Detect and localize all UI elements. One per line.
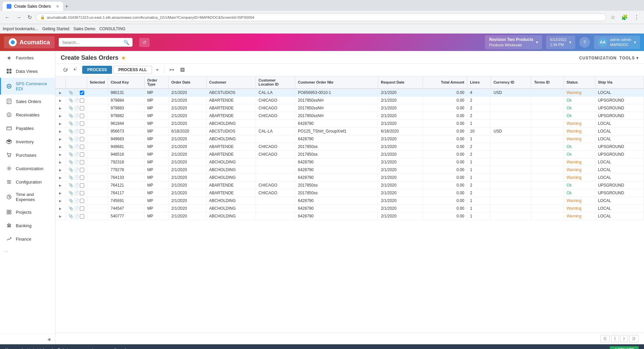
col-header-order-date[interactable]: Order Date	[168, 76, 206, 89]
row-note-icon[interactable]: 📄	[74, 214, 79, 218]
row-checkbox[interactable]	[80, 114, 84, 118]
row-attach-icon[interactable]: 📎	[68, 144, 73, 149]
row-attach-icon[interactable]: 📎	[68, 206, 73, 211]
row-selected[interactable]	[87, 197, 108, 205]
row-selected[interactable]	[87, 212, 108, 220]
row-checkbox[interactable]	[80, 129, 84, 134]
row-note-icon[interactable]: 📄	[74, 144, 79, 149]
fit-columns-button[interactable]	[167, 66, 176, 74]
row-attach-icon[interactable]: 📎	[68, 214, 73, 218]
col-header-customer[interactable]: Customer	[206, 76, 256, 89]
row-checkbox[interactable]	[80, 137, 84, 141]
row-checkbox[interactable]	[80, 98, 84, 103]
row-expand-icon[interactable]: ▶	[55, 189, 65, 197]
reload-button[interactable]: ↻	[25, 13, 34, 22]
row-selected[interactable]	[87, 112, 108, 120]
row-checkbox[interactable]	[80, 160, 84, 164]
row-attach-icon[interactable]: 📎	[68, 160, 73, 164]
col-header-currency-id[interactable]: Currency ID	[491, 76, 531, 89]
sidebar-item-inventory[interactable]: Inventory	[0, 135, 55, 148]
sidebar-item-sps-commerce[interactable]: SPS Commerce EDI	[0, 78, 55, 95]
bookmark-button[interactable]: ☆	[608, 13, 617, 22]
row-checkbox[interactable]	[80, 176, 84, 180]
export-button[interactable]	[178, 66, 187, 74]
row-selected[interactable]	[87, 97, 108, 104]
row-expand-icon[interactable]: ▶	[55, 158, 65, 166]
process-all-button[interactable]: PROCESS ALL	[113, 66, 152, 74]
last-page-button[interactable]: ⟩⟩	[629, 335, 639, 342]
row-attach-icon[interactable]: 📎	[68, 121, 73, 126]
prev-page-button[interactable]: ⟨	[611, 335, 619, 342]
row-expand-icon[interactable]: ▶	[55, 212, 65, 220]
col-header-status[interactable]: Status	[564, 76, 595, 89]
customization-button[interactable]: CUSTOMIZATION	[579, 56, 617, 60]
new-tab-button[interactable]: +	[63, 2, 70, 11]
row-note-icon[interactable]: 📄	[74, 137, 79, 141]
row-attach-icon[interactable]: 📎	[68, 137, 73, 141]
row-expand-icon[interactable]: ▶	[55, 104, 65, 112]
back-button[interactable]: ←	[3, 13, 12, 22]
col-header-terms-id[interactable]: Terms ID	[531, 76, 564, 89]
col-header-selected[interactable]: Selected	[87, 76, 108, 89]
row-checkbox[interactable]	[80, 191, 84, 195]
row-selected[interactable]	[87, 143, 108, 151]
col-header-customer-order-nbr[interactable]: Customer Order Nbr	[295, 76, 378, 89]
row-note-icon[interactable]: 📄	[74, 175, 79, 180]
col-header-order-type[interactable]: OrderType	[144, 76, 168, 89]
row-note-icon[interactable]: 📄	[74, 160, 79, 164]
process-dropdown-button[interactable]	[153, 66, 161, 73]
sidebar-item-purchases[interactable]: Purchases	[0, 148, 55, 162]
row-note-icon[interactable]: 📄	[74, 206, 79, 211]
row-checkbox[interactable]	[80, 152, 84, 157]
row-selected[interactable]	[87, 158, 108, 166]
row-attach-icon[interactable]: 📎	[68, 191, 73, 195]
row-note-icon[interactable]: 📄	[74, 106, 79, 110]
row-checkbox[interactable]	[80, 121, 84, 126]
row-note-icon[interactable]: 📄	[74, 167, 79, 172]
bookmark-consulting[interactable]: CONSULTING	[99, 27, 125, 31]
row-note-icon[interactable]: 📄	[74, 191, 79, 195]
bookmark-sales-demo[interactable]: Sales Demo	[73, 27, 95, 31]
row-checkbox[interactable]	[80, 206, 84, 211]
address-bar[interactable]: 🔒 acumaticalb-1543671323.us-east-1.elb.a…	[36, 13, 606, 21]
row-expand-icon[interactable]: ▶	[55, 205, 65, 212]
row-expand-icon[interactable]: ▶	[55, 182, 65, 189]
row-attach-icon[interactable]: 📎	[68, 113, 73, 118]
row-attach-icon[interactable]: 📎	[68, 152, 73, 157]
row-selected[interactable]	[87, 182, 108, 189]
col-header-total-amount[interactable]: Total Amount	[423, 76, 467, 89]
row-attach-icon[interactable]: 📎	[68, 90, 73, 95]
sidebar-item-configuration[interactable]: Configuration	[0, 175, 55, 189]
row-attach-icon[interactable]: 📎	[68, 183, 73, 188]
row-attach-icon[interactable]: 📎	[68, 198, 73, 203]
row-expand-icon[interactable]: ▶	[55, 174, 65, 182]
refresh-toolbar-button[interactable]	[61, 66, 70, 74]
row-selected[interactable]	[87, 104, 108, 112]
favorite-star-icon[interactable]: ★	[121, 55, 126, 61]
row-expand-icon[interactable]: ▶	[55, 89, 65, 97]
row-expand-icon[interactable]: ▶	[55, 166, 65, 174]
col-header-request-date[interactable]: Request Date	[378, 76, 423, 89]
row-note-icon[interactable]: 📄	[74, 152, 79, 157]
sidebar-item-payables[interactable]: Payables	[0, 121, 55, 135]
search-input[interactable]	[62, 40, 121, 45]
sidebar-item-projects[interactable]: Projects	[0, 205, 55, 219]
row-note-icon[interactable]: 📄	[74, 129, 79, 134]
sidebar-item-sales-orders[interactable]: Sales Orders	[0, 95, 55, 108]
row-expand-icon[interactable]: ▶	[55, 112, 65, 120]
next-page-button[interactable]: ⟩	[620, 335, 628, 342]
process-button[interactable]: PROCESS	[82, 66, 112, 74]
row-expand-icon[interactable]: ▶	[55, 128, 65, 135]
row-expand-icon[interactable]: ▶	[55, 97, 65, 104]
col-header-ship-via[interactable]: Ship Via	[595, 76, 644, 89]
help-button[interactable]: ?	[579, 37, 590, 48]
row-attach-icon[interactable]: 📎	[68, 129, 73, 134]
sidebar-more[interactable]: ...	[0, 246, 55, 256]
datetime-selector[interactable]: 6/13/2022 1:34 PM ▾	[546, 36, 575, 49]
row-selected[interactable]	[87, 205, 108, 212]
sidebar-collapse[interactable]: ◀	[0, 334, 55, 344]
row-expand-icon[interactable]: ▶	[55, 120, 65, 128]
sidebar-item-time-expenses[interactable]: Time and Expenses	[0, 189, 55, 205]
row-selected[interactable]	[87, 166, 108, 174]
row-selected[interactable]	[87, 135, 108, 143]
